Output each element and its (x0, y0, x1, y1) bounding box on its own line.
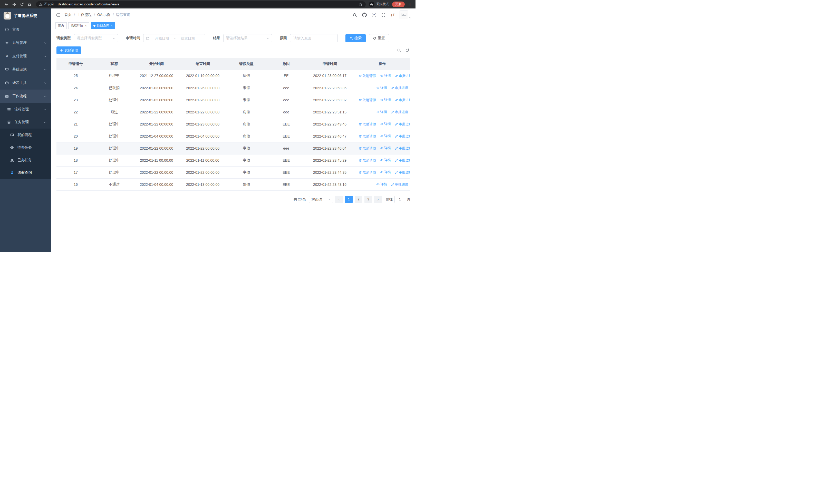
refresh-table-icon[interactable] (405, 48, 409, 52)
page-button-1[interactable]: 1 (345, 196, 353, 203)
detail-link[interactable]: 详情 (376, 182, 387, 186)
col-apply-time: 申请时间 (306, 58, 354, 70)
sidebar-item-dev-tools[interactable]: 研发工具 (0, 76, 51, 90)
create-leave-button[interactable]: 发起请假 (56, 47, 81, 54)
browser-update-button[interactable]: 更新 (392, 2, 405, 7)
font-size-icon[interactable]: TT (391, 13, 395, 17)
start-date-input[interactable] (151, 36, 173, 40)
reset-button[interactable]: 重置 (369, 34, 389, 42)
detail-link[interactable]: 详情 (380, 134, 391, 138)
bookmark-star-icon[interactable] (359, 2, 363, 6)
close-icon[interactable]: × (85, 24, 87, 27)
detail-link[interactable]: 详情 (376, 110, 387, 114)
sidebar-item-infrastructure[interactable]: 基础设施 (0, 63, 51, 76)
end-date-input[interactable] (177, 36, 199, 40)
github-icon[interactable] (362, 12, 367, 17)
col-status: 状态 (95, 58, 134, 70)
sidebar-item-todo-tasks[interactable]: 待办任务 (0, 141, 51, 154)
user-menu[interactable] (400, 10, 411, 19)
sidebar-item-system-management[interactable]: 系统管理 (0, 36, 51, 50)
avatar (400, 10, 408, 19)
detail-link[interactable]: 详情 (380, 97, 391, 102)
tab-leave-query[interactable]: 请假查询 × (91, 22, 115, 29)
tabs-bar: 首页 流程详情 × 请假查询 × (51, 21, 416, 30)
browser-refresh-button[interactable] (19, 1, 25, 8)
sidebar-item-leave-query[interactable]: 请假查询 (0, 166, 51, 179)
trash-icon (359, 135, 362, 138)
detail-link[interactable]: 详情 (380, 146, 391, 150)
security-warning-label[interactable]: 不安全 (45, 2, 54, 6)
next-page-button[interactable]: › (374, 196, 382, 203)
date-range-picker[interactable]: - (143, 34, 205, 42)
table-row: 16 不通过 2022-01-04 00:00:00 2022-01-13 00… (56, 178, 410, 190)
breadcrumb-item[interactable]: OA 示例 (97, 12, 110, 17)
cancel-leave-link[interactable]: 取消请假 (359, 158, 376, 163)
cell-leave-type: 事假 (226, 94, 267, 106)
prev-page-button[interactable]: ‹ (335, 196, 343, 203)
cell-actions: 取消请假 详情 审批进度 (354, 166, 410, 178)
sidebar-item-done-tasks[interactable]: 已办任务 (0, 154, 51, 166)
search-button[interactable]: 搜索 (345, 34, 366, 42)
fullscreen-icon[interactable] (381, 13, 385, 17)
page-button-2[interactable]: 2 (355, 196, 362, 203)
cancel-leave-link[interactable]: 取消请假 (359, 146, 376, 151)
search-toggle-icon[interactable] (397, 48, 401, 52)
cancel-leave-link[interactable]: 取消请假 (359, 170, 376, 175)
approval-progress-link[interactable]: 审批进度 (395, 73, 410, 78)
detail-link[interactable]: 详情 (380, 158, 391, 162)
sidebar-item-workflow[interactable]: 工作流程 (0, 90, 51, 103)
url-text[interactable]: dashboard.yudao.iocoder.cn/bpm/oa/leave (58, 3, 357, 6)
close-icon[interactable]: × (111, 24, 113, 27)
approval-progress-link[interactable]: 审批进度 (391, 86, 408, 90)
leave-type-select[interactable]: 请选择请假类型 (74, 34, 118, 42)
approval-progress-link[interactable]: 审批进度 (391, 110, 408, 114)
cancel-leave-link[interactable]: 取消请假 (359, 73, 376, 78)
page-button-3[interactable]: 3 (365, 196, 372, 203)
browser-forward-button[interactable] (11, 1, 18, 8)
cancel-leave-link[interactable]: 取消请假 (359, 134, 376, 139)
browser-menu-icon[interactable]: ⋮ (408, 2, 412, 6)
cancel-leave-link[interactable]: 取消请假 (359, 122, 376, 126)
reason-input[interactable] (290, 34, 338, 42)
approval-progress-link[interactable]: 审批进度 (395, 134, 410, 139)
sidebar-item-home[interactable]: 首页 (0, 23, 51, 36)
sidebar-item-label: 任务管理 (15, 120, 41, 124)
approval-progress-link[interactable]: 审批进度 (395, 98, 410, 102)
approval-progress-link[interactable]: 审批进度 (395, 170, 410, 175)
warning-triangle-icon (39, 3, 42, 6)
tab-process-detail[interactable]: 流程详情 × (68, 22, 89, 29)
approval-progress-link[interactable]: 审批进度 (391, 182, 408, 187)
sidebar-item-task-management[interactable]: 任务管理 (0, 116, 51, 128)
calendar-icon (146, 36, 150, 40)
detail-link[interactable]: 详情 (376, 85, 387, 90)
col-leave-type: 请假类型 (226, 58, 267, 70)
result-select[interactable]: 请选择流结果 (223, 34, 272, 42)
eye-icon (376, 183, 379, 186)
sidebar-collapse-icon[interactable] (55, 13, 60, 17)
chevron-down-icon (112, 37, 115, 40)
tab-home[interactable]: 首页 (55, 22, 67, 29)
cancel-leave-link[interactable]: 取消请假 (359, 98, 376, 102)
table-row: 20 处理中 2022-01-04 00:00:00 2022-01-04 00… (56, 130, 410, 142)
approval-progress-link[interactable]: 审批进度 (395, 146, 410, 151)
browser-home-button[interactable] (26, 1, 33, 8)
app-header: 首页 / 工作流程 / OA 示例 / 请假查询 ? TT (51, 8, 416, 21)
search-icon[interactable] (353, 13, 357, 17)
detail-link[interactable]: 详情 (380, 170, 391, 175)
breadcrumb-item[interactable]: 工作流程 (77, 12, 92, 17)
detail-link[interactable]: 详情 (380, 73, 391, 78)
page-size-select[interactable]: 10条/页 (309, 196, 333, 203)
sidebar-item-my-processes[interactable]: 我的流程 (0, 128, 51, 141)
browser-back-button[interactable] (3, 1, 10, 8)
refresh-icon (373, 37, 376, 40)
url-bar[interactable]: 不安全 dashboard.yudao.iocoder.cn/bpm/oa/le… (36, 1, 366, 7)
sidebar-item-process-management[interactable]: 流程管理 (0, 103, 51, 116)
approval-progress-link[interactable]: 审批进度 (395, 158, 410, 163)
approval-progress-link[interactable]: 审批进度 (395, 122, 410, 126)
help-icon[interactable]: ? (372, 13, 376, 17)
sidebar-item-payment-management[interactable]: ¥ 支付管理 (0, 50, 51, 63)
goto-page-input[interactable] (395, 196, 405, 203)
breadcrumb-item[interactable]: 首页 (64, 12, 71, 17)
tab-label: 首页 (58, 23, 64, 28)
detail-link[interactable]: 详情 (380, 122, 391, 126)
